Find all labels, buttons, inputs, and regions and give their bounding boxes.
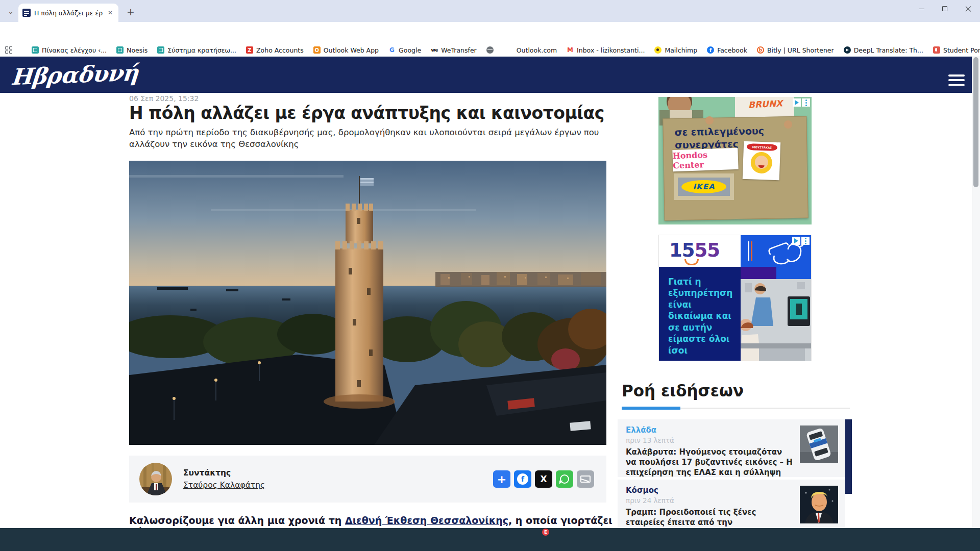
site-masthead: Ηβραδυνή (0, 57, 972, 93)
tif-link[interactable]: Διεθνή Έκθεση Θεσσαλονίκης (345, 515, 508, 526)
bookmark-bitly[interactable]: bBitly | URL Shortener (757, 46, 834, 54)
teal-app-icon (157, 46, 164, 54)
hondos-center-logo: Hondos Center (672, 148, 738, 171)
teal-app-icon (116, 46, 124, 54)
bookmark-outlook-com[interactable]: Outlook.com (506, 46, 557, 54)
ad-controls (793, 98, 810, 107)
news-thumbnail-police-car[interactable] (800, 425, 838, 463)
news-item[interactable]: Ελλάδα πριν 13 λεπτά Καλάβρυτα: Ηγούμενο… (618, 419, 845, 477)
bookmark-owa[interactable]: OOutlook Web App (313, 46, 379, 54)
ad-shirt-text: BRUNX (748, 98, 783, 110)
author-name-link[interactable]: Σταύρος Καλαφάτης (183, 481, 265, 490)
tab-strip: ⌄ Η πόλη αλλάζει με έργα ανάπτ ✕ + (0, 0, 980, 22)
wetransfer-icon: we (431, 46, 438, 54)
facebook-icon: f (707, 46, 714, 54)
sharethis-button[interactable]: + (493, 470, 510, 488)
ad-hand (705, 116, 714, 124)
bookmark-deepl[interactable]: DeepL Translate: Th... (844, 46, 923, 54)
bookmark-noesis[interactable]: Noesis (116, 46, 148, 54)
teal-app-icon (32, 46, 39, 54)
headset-arc (684, 259, 699, 265)
new-tab-button[interactable]: + (125, 6, 137, 18)
screen: ⌄ Η πόλη αλλάζει με έργα ανάπτ ✕ + ← → ↻… (0, 0, 980, 551)
tab-close-icon[interactable]: ✕ (106, 9, 114, 17)
paragraph-text: Καλωσορίζουμε για άλλη μια χρονιά τη (129, 515, 345, 526)
x-share-button[interactable]: X (535, 470, 552, 488)
zoho-icon: Z (246, 46, 253, 54)
apps-grid-icon[interactable] (5, 46, 12, 54)
email-share-button[interactable] (577, 470, 594, 488)
feed-scrollbar-thumb[interactable] (845, 419, 852, 494)
moustakas-logo: ΜΟΥΣΤΑΚΑΣ (743, 141, 781, 180)
ad-hondos-banner[interactable]: BRUNX σε επιλεγμένους συνεργάτες Hondos … (658, 97, 812, 224)
taskbar (0, 528, 980, 551)
ad-purple-block (741, 267, 776, 279)
bookmark-facebook[interactable]: fFacebook (707, 46, 747, 54)
window-close-button[interactable] (957, 0, 980, 17)
ad-options-icon[interactable] (802, 98, 810, 107)
ad-options-icon[interactable] (801, 237, 810, 245)
article-title: Η πόλη αλλάζει με έργα ανάπτυξης και και… (129, 103, 619, 123)
adchoices-icon[interactable] (792, 237, 800, 245)
whatsapp-icon (560, 474, 569, 484)
bookmark-student-portal[interactable]: Student Portal (933, 46, 980, 54)
news-timestamp: πριν 24 λεπτά (626, 496, 794, 505)
student-portal-icon (933, 46, 940, 54)
chrome-profile-badge: E (542, 529, 549, 536)
bookmark-mailchimp[interactable]: Mailchimp (654, 46, 697, 54)
ad-navy-panel: Γιατί η εξυπηρέτηση είναι δικαίωμα και σ… (659, 267, 741, 361)
bookmark-google[interactable]: GGoogle (388, 46, 421, 54)
browser-tab[interactable]: Η πόλη αλλάζει με έργα ανάπτ ✕ (18, 4, 118, 22)
browser-toolbar: ← → ↻ ⌂ vradini.gr/apopseis/i-poli-allaz… (0, 22, 980, 44)
gmail-icon: M (567, 46, 574, 54)
author-card: Συντάκτης Σταύρος Καλαφάτης + f X (129, 456, 606, 503)
ad-hand (784, 120, 792, 129)
whatsapp-share-button[interactable] (556, 470, 573, 488)
outlook-web-app-icon: O (313, 46, 321, 54)
news-thumbnail-trump[interactable] (800, 486, 838, 523)
globe-icon (486, 46, 494, 54)
facebook-share-button[interactable]: f (514, 470, 531, 488)
page-scrollbar-thumb[interactable] (973, 57, 978, 187)
envelope-icon (580, 475, 591, 483)
share-buttons: + f X (493, 470, 596, 488)
ad-1555-logo: 1555 (659, 235, 741, 267)
article-hero-image (129, 161, 606, 445)
news-feed-title: Ροή ειδήσεων (622, 382, 744, 400)
bookmark-systima[interactable]: Σύστημα κρατήσεω... (157, 46, 236, 54)
news-timestamp: πριν 13 λεπτά (626, 436, 794, 444)
bookmark-zoho[interactable]: ZZoho Accounts (246, 46, 304, 54)
site-favicon-icon (22, 9, 31, 17)
ad-office-photo (741, 279, 812, 361)
menu-hamburger-icon[interactable] (948, 74, 965, 86)
author-label: Συντάκτης (183, 468, 265, 478)
tab-title: Η πόλη αλλάζει με έργα ανάπτ (34, 9, 103, 17)
window-controls (910, 0, 980, 17)
adchoices-icon[interactable] (793, 98, 801, 107)
news-category[interactable]: Ελλάδα (626, 425, 794, 435)
moustakas-mascot (750, 152, 772, 173)
ikea-card: IKEA (674, 173, 734, 200)
author-avatar (139, 463, 172, 495)
news-category[interactable]: Κόσμος (626, 486, 794, 495)
facebook-icon: f (517, 473, 528, 485)
window-maximize-button[interactable] (933, 0, 957, 17)
feed-underline-track (680, 408, 850, 409)
tab-search-button[interactable]: ⌄ (4, 5, 17, 18)
news-headline[interactable]: Καλάβρυτα: Ηγούμενος ετοιμαζόταν να πουλ… (626, 447, 794, 477)
bookmarks-bar: Πίνακας ελέγχου ‹... Noesis Σύστημα κρατ… (0, 44, 980, 57)
bitly-icon: b (757, 46, 764, 54)
bookmark-pinakas[interactable]: Πίνακας ελέγχου ‹... (32, 46, 107, 54)
feed-underline-accent (622, 407, 680, 410)
article-subtitle: Από την πρώτη περίοδο της διακυβέρνησής … (129, 127, 614, 150)
deepl-icon (844, 46, 851, 54)
site-logo[interactable]: Ηβραδυνή (10, 60, 139, 90)
ad-blue-block (776, 267, 812, 279)
microsoft-icon (506, 46, 513, 54)
window-minimize-button[interactable] (910, 0, 933, 17)
ad-1555-banner[interactable]: 1555 Γιατί η εξυπηρέτηση είναι δικαίωμα … (658, 235, 812, 361)
bookmark-inbox[interactable]: MInbox - lizikonstanti... (567, 46, 645, 54)
bookmark-globe[interactable] (486, 46, 497, 54)
bookmark-wetransfer[interactable]: weWeTransfer (431, 46, 477, 54)
google-icon: G (388, 46, 396, 54)
